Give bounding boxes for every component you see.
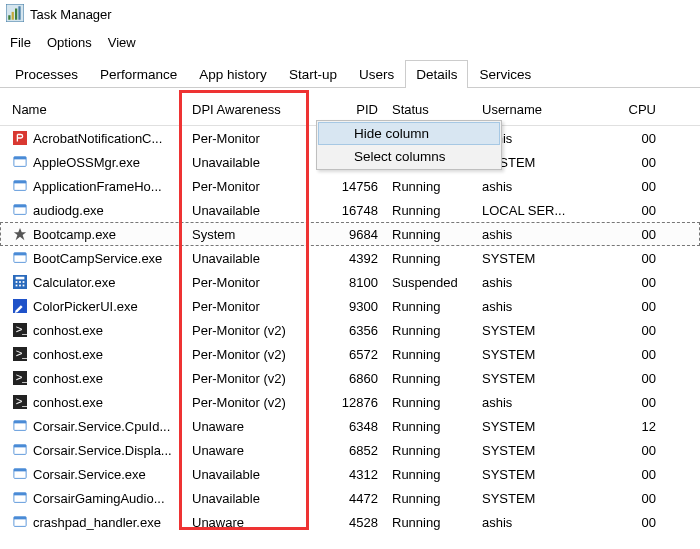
cell-dpi: Unavailable (192, 491, 322, 506)
table-row[interactable]: crashpad_handler.exeUnaware4528Runningas… (0, 510, 700, 534)
table-row[interactable]: CorsairGamingAudio...Unavailable4472Runn… (0, 486, 700, 510)
menu-options[interactable]: Options (47, 35, 92, 50)
table-row[interactable]: >_conhost.exePer-Monitor (v2)6356Running… (0, 318, 700, 342)
process-name: Bootcamp.exe (33, 227, 116, 242)
cell-status: Running (392, 203, 482, 218)
tab-processes[interactable]: Processes (4, 60, 89, 88)
cell-user: ashis (482, 395, 592, 410)
cell-dpi: Per-Monitor (192, 131, 322, 146)
cell-user: LOCAL SER... (482, 203, 592, 218)
cell-cpu: 00 (592, 179, 662, 194)
table-row[interactable]: Bootcamp.exeSystem9684Runningashis00 (0, 222, 700, 246)
process-icon (12, 274, 28, 290)
svg-rect-9 (14, 181, 26, 184)
cell-cpu: 00 (592, 227, 662, 242)
process-icon (12, 226, 28, 242)
col-name[interactable]: Name (12, 102, 192, 117)
cell-dpi: Unaware (192, 419, 322, 434)
cell-pid: 9300 (322, 299, 392, 314)
col-status[interactable]: Status (392, 102, 482, 117)
cell-pid: 4472 (322, 491, 392, 506)
menu-file[interactable]: File (10, 35, 31, 50)
cell-cpu: 00 (592, 467, 662, 482)
table-row[interactable]: ColorPickerUI.exePer-Monitor9300Runninga… (0, 294, 700, 318)
cell-pid: 16748 (322, 203, 392, 218)
process-name: Corsair.Service.Displa... (33, 443, 172, 458)
table-row[interactable]: ApplicationFrameHo...Per-Monitor14756Run… (0, 174, 700, 198)
cell-dpi: System (192, 227, 322, 242)
tab-services[interactable]: Services (468, 60, 542, 88)
process-icon (12, 178, 28, 194)
process-name: Corsair.Service.exe (33, 467, 146, 482)
ctx-hide-column[interactable]: Hide column (318, 122, 500, 145)
cell-user: SYSTEM (482, 347, 592, 362)
table-row[interactable]: Corsair.Service.Displa...Unaware6852Runn… (0, 438, 700, 462)
cell-status: Suspended (392, 275, 482, 290)
cell-dpi: Per-Monitor (192, 179, 322, 194)
cell-user: SYSTEM (482, 443, 592, 458)
process-icon: >_ (12, 322, 28, 338)
cell-status: Running (392, 347, 482, 362)
cell-cpu: 00 (592, 515, 662, 530)
table-row[interactable]: >_conhost.exePer-Monitor (v2)6860Running… (0, 366, 700, 390)
process-name: CorsairGamingAudio... (33, 491, 165, 506)
tab-performance[interactable]: Performance (89, 60, 188, 88)
tab-details[interactable]: Details (405, 60, 468, 88)
cell-user: SYSTEM (482, 251, 592, 266)
cell-pid: 6356 (322, 323, 392, 338)
table-row[interactable]: audiodg.exeUnavailable16748RunningLOCAL … (0, 198, 700, 222)
table-row[interactable]: Calculator.exePer-Monitor8100Suspendedas… (0, 270, 700, 294)
process-icon (12, 466, 28, 482)
cell-dpi: Unavailable (192, 203, 322, 218)
titlebar: Task Manager (0, 0, 700, 31)
cell-user: SYSTEM (482, 491, 592, 506)
ctx-select-columns[interactable]: Select columns (318, 145, 500, 168)
col-user[interactable]: Username (482, 102, 592, 117)
svg-rect-3 (15, 9, 17, 20)
svg-rect-16 (16, 277, 25, 280)
window-title: Task Manager (30, 7, 112, 22)
table-row[interactable]: BootCampService.exeUnavailable4392Runnin… (0, 246, 700, 270)
cell-cpu: 00 (592, 155, 662, 170)
tab-users[interactable]: Users (348, 60, 405, 88)
table-row[interactable]: Corsair.Service.exeUnavailable4312Runnin… (0, 462, 700, 486)
cell-cpu: 00 (592, 395, 662, 410)
cell-cpu: 00 (592, 443, 662, 458)
process-icon (12, 130, 28, 146)
cell-status: Running (392, 323, 482, 338)
svg-rect-19 (23, 281, 25, 283)
svg-rect-2 (12, 12, 14, 20)
process-icon (12, 418, 28, 434)
details-grid: Name DPI Awareness PID Status Username C… (0, 88, 700, 534)
cell-pid: 12876 (322, 395, 392, 410)
cell-dpi: Unavailable (192, 251, 322, 266)
col-dpi[interactable]: DPI Awareness (192, 102, 322, 117)
col-cpu[interactable]: CPU (592, 102, 662, 117)
cell-cpu: 00 (592, 203, 662, 218)
tab-start-up[interactable]: Start-up (278, 60, 348, 88)
table-row[interactable]: >_conhost.exePer-Monitor (v2)12876Runnin… (0, 390, 700, 414)
tab-app-history[interactable]: App history (188, 60, 278, 88)
table-row[interactable]: >_conhost.exePer-Monitor (v2)6572Running… (0, 342, 700, 366)
table-row[interactable]: Corsair.Service.CpuId...Unaware6348Runni… (0, 414, 700, 438)
process-name: BootCampService.exe (33, 251, 162, 266)
svg-rect-1 (8, 15, 10, 20)
cell-dpi: Unaware (192, 443, 322, 458)
cell-dpi: Unaware (192, 515, 322, 530)
svg-rect-18 (19, 281, 21, 283)
cell-status: Running (392, 227, 482, 242)
cell-user: SYSTEM (482, 371, 592, 386)
col-pid[interactable]: PID (322, 102, 392, 117)
svg-rect-11 (14, 205, 26, 208)
svg-rect-20 (16, 285, 18, 287)
cell-cpu: 00 (592, 251, 662, 266)
cell-status: Running (392, 395, 482, 410)
cell-cpu: 00 (592, 371, 662, 386)
cell-dpi: Unavailable (192, 155, 322, 170)
menu-view[interactable]: View (108, 35, 136, 50)
cell-user: ashis (482, 515, 592, 530)
process-name: audiodg.exe (33, 203, 104, 218)
svg-rect-41 (14, 517, 26, 520)
process-name: conhost.exe (33, 347, 103, 362)
process-icon: >_ (12, 370, 28, 386)
